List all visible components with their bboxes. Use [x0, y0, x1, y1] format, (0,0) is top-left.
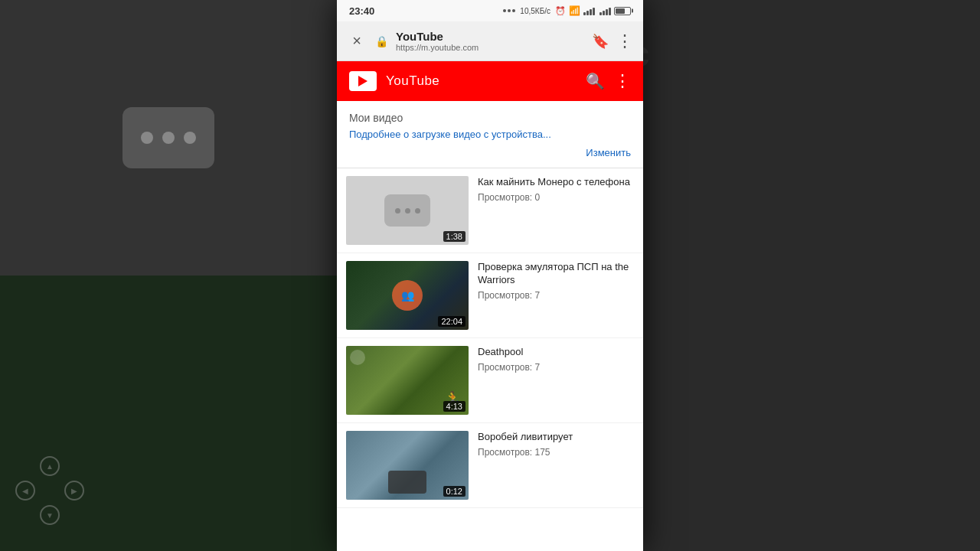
browser-menu-button[interactable]: ⋮ — [616, 31, 634, 51]
my-videos-title: Мои видео — [349, 112, 631, 124]
wifi-icon: 📶 — [569, 5, 580, 16]
bg-bottom-video: ▲ ◀ ▶ ▼ — [0, 276, 337, 551]
video-item-4[interactable]: 0:12 Воробей ливитирует Просмотров: 175 — [337, 423, 643, 508]
youtube-title: YouTube — [386, 73, 577, 89]
browser-url: https://m.youtube.com — [396, 43, 584, 52]
alarm-icon: ⏰ — [555, 6, 566, 16]
network-speed: 10,5КБ/с — [520, 7, 550, 15]
video-thumb-2: 👥 22:04 — [346, 261, 469, 330]
browser-bar[interactable]: × 🔒 YouTube https://m.youtube.com 🔖 ⋮ — [337, 21, 643, 61]
video-title-3: Deathpool — [478, 346, 634, 359]
video-title-4: Воробей ливитирует — [478, 431, 634, 444]
video-views-2: Просмотров: 7 — [478, 290, 634, 301]
browser-url-area[interactable]: YouTube https://m.youtube.com — [396, 30, 584, 52]
phone-frame: 23:40 10,5КБ/с ⏰ 📶 — [337, 0, 643, 551]
video-views-1: Просмотров: 0 — [478, 192, 634, 203]
thumb-icon-1 — [384, 194, 430, 227]
bg-top-video — [0, 0, 337, 276]
video-duration-2: 22:04 — [438, 316, 466, 327]
video-views-4: Просмотров: 175 — [478, 447, 634, 458]
video-item-2[interactable]: 👥 22:04 Проверка эмулятора ПСП на the Wa… — [337, 253, 643, 338]
youtube-search-button[interactable]: 🔍 — [586, 72, 605, 90]
video-duration-4: 0:12 — [443, 486, 466, 497]
video-title-1: Как майнить Монеро с телефона — [478, 176, 634, 189]
video-item-3[interactable]: 🏃 4:13 Deathpool Просмотров: 7 — [337, 338, 643, 423]
battery-icon — [614, 7, 631, 15]
video-info-3: Deathpool Просмотров: 7 — [478, 346, 634, 415]
youtube-logo — [349, 71, 377, 91]
video-duration-3: 4:13 — [443, 401, 466, 412]
video-info-4: Воробей ливитирует Просмотров: 175 — [478, 431, 634, 500]
video-thumb-1: 1:38 — [346, 176, 469, 245]
youtube-play-triangle — [358, 76, 368, 86]
status-bar: 23:40 10,5КБ/с ⏰ 📶 — [337, 0, 643, 21]
bg-video-placeholder — [122, 107, 214, 168]
status-right: 10,5КБ/с ⏰ 📶 — [503, 5, 631, 16]
bg-left-panel: ▲ ◀ ▶ ▼ — [0, 0, 337, 551]
video-item-1[interactable]: 1:38 Как майнить Монеро с телефона Просм… — [337, 168, 643, 253]
upload-link[interactable]: Подробнее о загрузке видео с устройства.… — [349, 129, 551, 140]
my-videos-section: Мои видео Подробнее о загрузке видео с у… — [337, 101, 643, 168]
browser-title: YouTube — [396, 30, 584, 43]
my-videos-footer: Изменить — [349, 141, 631, 161]
browser-lock-icon: 🔒 — [375, 35, 388, 47]
video-thumb-3: 🏃 4:13 — [346, 346, 469, 415]
video-list: 1:38 Как майнить Монеро с телефона Просм… — [337, 168, 643, 508]
video-info-1: Как майнить Монеро с телефона Просмотров… — [478, 176, 634, 245]
video-title-2: Проверка эмулятора ПСП на the Warriors — [478, 261, 634, 287]
video-info-2: Проверка эмулятора ПСП на the Warriors П… — [478, 261, 634, 330]
signal-bars-2 — [599, 6, 611, 15]
status-dots — [503, 9, 515, 12]
video-thumb-4: 0:12 — [346, 431, 469, 500]
edit-button[interactable]: Изменить — [586, 147, 631, 158]
status-time: 23:40 — [349, 5, 374, 17]
browser-bookmark-button[interactable]: 🔖 — [592, 33, 609, 50]
youtube-header: YouTube 🔍 ⋮ — [337, 61, 643, 101]
browser-close-button[interactable]: × — [346, 31, 368, 52]
video-views-3: Просмотров: 7 — [478, 362, 634, 373]
youtube-content[interactable]: Мои видео Подробнее о загрузке видео с у… — [337, 101, 643, 551]
youtube-more-button[interactable]: ⋮ — [614, 71, 631, 91]
video-duration-1: 1:38 — [443, 231, 466, 242]
signal-bars — [583, 6, 595, 15]
